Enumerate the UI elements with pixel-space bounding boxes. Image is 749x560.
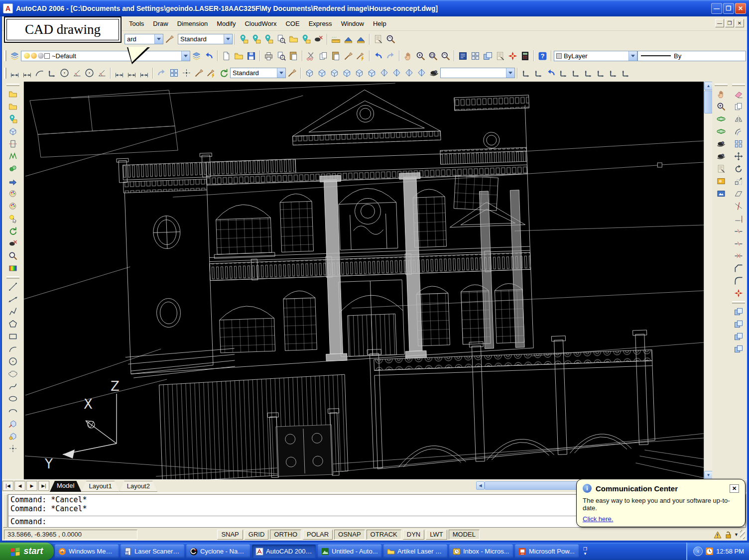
- menu-cloudworx[interactable]: CloudWorx: [240, 18, 281, 29]
- ucs-world-button[interactable]: [557, 67, 570, 79]
- minimize-button[interactable]: —: [711, 3, 722, 14]
- menu-coe[interactable]: COE: [281, 18, 304, 29]
- script-button[interactable]: [372, 33, 384, 45]
- toggle-dyn[interactable]: DYN: [403, 530, 424, 540]
- toggle-grid[interactable]: GRID: [245, 530, 269, 540]
- scroll-up-button[interactable]: ▲: [704, 82, 713, 90]
- dim-baseline-button[interactable]: [125, 67, 138, 79]
- draw-arc-button[interactable]: [6, 342, 19, 355]
- taskbar-item-autocad[interactable]: AutoCAD 2006...: [252, 545, 316, 558]
- tool-palettes-button[interactable]: [482, 50, 494, 62]
- new-button[interactable]: [220, 50, 233, 62]
- menu-help[interactable]: Help: [369, 18, 391, 29]
- chevron-down-icon[interactable]: [224, 34, 232, 44]
- open-button[interactable]: [233, 50, 245, 62]
- view-bottom-button[interactable]: [316, 67, 328, 79]
- taskbar-item-windows-media[interactable]: Windows Medi...: [55, 545, 119, 558]
- dim-continue-button[interactable]: [138, 67, 150, 79]
- toolbar-grab-handle[interactable]: [732, 301, 745, 304]
- taskbar-item-artikel-folder[interactable]: Artikel Laser sc...: [383, 545, 447, 558]
- send-to-back-button[interactable]: [732, 318, 745, 330]
- cloudworx-clip-button[interactable]: [262, 33, 275, 45]
- tab-layout2[interactable]: Layout2: [120, 481, 157, 492]
- fit-section-button[interactable]: [355, 33, 367, 45]
- dim-angular-button[interactable]: [96, 67, 108, 79]
- toggle-snap[interactable]: SNAP: [217, 530, 243, 540]
- toggle-polar[interactable]: POLAR: [303, 530, 333, 540]
- undo-button[interactable]: [372, 50, 384, 62]
- menu-draw[interactable]: Draw: [148, 18, 172, 29]
- join-button[interactable]: [732, 249, 745, 262]
- render-region-button[interactable]: [715, 187, 728, 200]
- cyclone-find-button[interactable]: [6, 249, 19, 262]
- cloudworx-view-folder-button[interactable]: [287, 33, 300, 45]
- scale-button[interactable]: [732, 175, 745, 187]
- cyclone-cube-view-button[interactable]: [6, 125, 19, 137]
- draw-line-button[interactable]: [6, 280, 19, 293]
- send-under-button[interactable]: [732, 342, 745, 355]
- markup-button[interactable]: [506, 50, 519, 62]
- ucs-dialog-button[interactable]: [532, 67, 545, 79]
- layer-previous-button[interactable]: [203, 50, 215, 62]
- offset-button[interactable]: [732, 125, 745, 137]
- pan-button[interactable]: [402, 50, 414, 62]
- view-se-iso-button[interactable]: [390, 67, 403, 79]
- tray-collapse-button[interactable]: ‹: [693, 547, 703, 556]
- chevron-down-icon[interactable]: [154, 34, 163, 44]
- plot-preview-button[interactable]: [275, 50, 287, 62]
- view-sw-iso-button[interactable]: [378, 67, 390, 79]
- view-nw-iso-button[interactable]: [415, 67, 428, 79]
- ucs-origin-button[interactable]: [607, 67, 620, 79]
- command-window-grip[interactable]: [3, 494, 7, 528]
- zoom-realtime-button[interactable]: [414, 50, 427, 62]
- tab-first-button[interactable]: |◀: [2, 481, 13, 491]
- menu-tools[interactable]: Tools: [125, 18, 148, 29]
- cyclone-refresh-button[interactable]: [6, 224, 19, 237]
- dim-ordinate-button[interactable]: [46, 67, 58, 79]
- tolerance-button[interactable]: [168, 67, 180, 79]
- erase-button[interactable]: [732, 88, 745, 100]
- toolbar-grab-handle[interactable]: [6, 276, 19, 279]
- drawing-viewport[interactable]: Z X Y: [24, 82, 704, 479]
- toolbar-grab-handle[interactable]: [715, 84, 728, 86]
- cyclone-section-button[interactable]: [6, 137, 19, 150]
- view-ne-iso-button[interactable]: [403, 67, 415, 79]
- dim-linear-button[interactable]: [8, 67, 21, 79]
- draw-circle-button[interactable]: [6, 355, 19, 367]
- taskbar-item-untitled-autocad[interactable]: Untitled - Auto...: [318, 545, 381, 558]
- cyclone-hide-scan-button[interactable]: [6, 237, 19, 249]
- cyclone-color-map-button[interactable]: [6, 200, 19, 212]
- menu-dimension[interactable]: Dimension: [173, 18, 212, 29]
- trim-button[interactable]: [732, 200, 745, 212]
- render-button[interactable]: [715, 175, 728, 187]
- copy-button[interactable]: [732, 100, 745, 112]
- scroll-down-button[interactable]: ▼: [704, 471, 713, 479]
- restore-button[interactable]: ❐: [723, 3, 734, 14]
- publish-button[interactable]: [287, 50, 300, 62]
- fit-plane-button[interactable]: [342, 33, 355, 45]
- toggle-model[interactable]: MODEL: [449, 530, 480, 540]
- redo-button[interactable]: [384, 50, 397, 62]
- draw-insert-block-button[interactable]: [6, 417, 19, 430]
- clock[interactable]: 12:58 PM: [716, 548, 744, 555]
- block-editor-button[interactable]: [355, 50, 367, 62]
- tab-prev-button[interactable]: ◀: [14, 481, 25, 491]
- communication-center-alert-icon[interactable]: [713, 531, 722, 539]
- taskbar-toolbar-buttons[interactable]: ❐▾: [580, 547, 591, 556]
- chevron-down-icon[interactable]: [506, 68, 514, 78]
- text-style-dropdown[interactable]: Standard: [178, 34, 233, 44]
- orbit-button[interactable]: [715, 112, 728, 125]
- cyclone-import-button[interactable]: [6, 100, 19, 112]
- tab-model[interactable]: Model: [50, 481, 81, 492]
- taskbar-item-inbox-outlook[interactable]: Inbox - Micros...: [449, 545, 513, 558]
- dim-diameter-button[interactable]: [83, 67, 96, 79]
- dim-style-dropdown[interactable]: Standard: [230, 68, 286, 78]
- view-front-button[interactable]: [353, 67, 366, 79]
- toolbar-lock-icon[interactable]: [724, 531, 733, 539]
- ucs-previous-button[interactable]: [545, 67, 557, 79]
- break-button[interactable]: [732, 237, 745, 249]
- chevron-down-icon[interactable]: [181, 51, 190, 61]
- move-button[interactable]: [732, 150, 745, 162]
- camera-adjust-button[interactable]: [715, 137, 728, 150]
- cyclone-intensity-map-button[interactable]: [6, 262, 19, 274]
